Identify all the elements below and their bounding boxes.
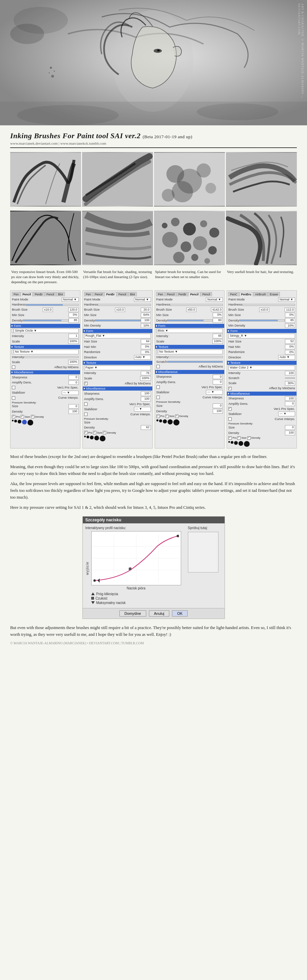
stabilizer-dropdown-4[interactable]: --- ▼ <box>278 412 295 416</box>
texture-scratch-val-4[interactable] <box>285 378 295 379</box>
min-size-val-4[interactable]: 0% <box>285 313 295 317</box>
ver1prs-check-1[interactable] <box>12 386 15 389</box>
hair-size-val-4[interactable]: 52 <box>285 339 295 344</box>
sharpness-val-4[interactable]: 100 <box>285 396 295 401</box>
texture-dropdown-2[interactable]: Paper ▼ <box>84 366 151 370</box>
ver1prs-check-2[interactable] <box>84 402 88 406</box>
prs-density-val-1[interactable]: 100 <box>69 409 79 414</box>
tab-blot-3[interactable]: Pencil <box>200 292 212 296</box>
texture-scale-val-1[interactable]: 100% <box>68 360 79 364</box>
tab-airbrush-4[interactable]: AirBrush <box>253 292 268 296</box>
ver1prs-check-3[interactable] <box>157 385 160 389</box>
affect-mindense-check-4[interactable] <box>228 387 232 390</box>
amplify-val-1[interactable]: 0 <box>69 380 79 385</box>
hardness-slider-4[interactable] <box>242 304 295 306</box>
texture-intensity-slider-1[interactable] <box>24 356 78 358</box>
tab-pen-1[interactable]: Pen <box>12 292 20 296</box>
tab-pencil-1[interactable]: Pencil <box>21 292 32 296</box>
min-density-val-4[interactable]: 10% <box>285 323 295 328</box>
pressure-btn-anuluj[interactable]: Anuluj <box>149 611 169 617</box>
pressure-btn-ok[interactable]: OK <box>172 611 188 617</box>
brush-size-val-1[interactable]: 120.0 <box>68 308 79 312</box>
tab-pen-3[interactable]: Pen <box>157 292 165 296</box>
density-val-4[interactable]: 85 <box>285 318 295 323</box>
tab-eraser-4[interactable]: Eraser <box>268 292 280 296</box>
prs-size-val-4[interactable]: 0 <box>285 425 295 430</box>
tab-penbr-3[interactable]: PenBr <box>177 292 188 296</box>
tab-pencil-3[interactable]: Pencil <box>165 292 176 296</box>
density-slider-2[interactable] <box>94 320 141 321</box>
stabilizer-dropdown-2[interactable]: --- ▼ <box>134 407 151 412</box>
curve-interpo-check-1[interactable] <box>12 396 15 400</box>
brush-size-val-3[interactable]: 4142.0 <box>211 308 223 312</box>
texture-dropdown-1[interactable]: [ No Texture ▼ <box>12 350 79 354</box>
amplify-val-4[interactable]: 0 <box>285 401 295 406</box>
min-density-val-2[interactable]: 10% <box>141 323 151 328</box>
paint-mode-dropdown-2[interactable]: Normal ▼ <box>134 298 151 302</box>
pressure-try-area[interactable] <box>188 532 219 573</box>
texture-scale-val-4[interactable]: 30% <box>285 381 295 386</box>
tab-penbru-4[interactable]: PenBru <box>240 292 253 296</box>
form-intensity-val-3[interactable]: 65 <box>213 334 223 339</box>
hardness-slider-2[interactable] <box>98 304 150 306</box>
tab-penc-4[interactable]: PenC <box>228 292 239 296</box>
texture-dropdown-3[interactable]: [ No Texture ▼ <box>157 350 223 354</box>
tab-blot-1[interactable]: Blot <box>56 292 65 296</box>
hair-size-val-2[interactable]: 64 <box>141 339 151 344</box>
tab-pencil-2[interactable]: Pencil <box>93 292 104 296</box>
stabilizer-dropdown-1[interactable]: --- ▼ <box>62 391 79 395</box>
direction-dropdown-4[interactable]: Auto ▼ <box>278 355 295 360</box>
texture-intensity-val-2[interactable]: 76 <box>141 371 151 375</box>
form-scale-val-3[interactable]: 100% <box>213 339 223 344</box>
tab-pencil2-3[interactable]: Pencil <box>188 292 200 296</box>
density-val-3[interactable]: 80 <box>213 318 223 323</box>
hair-min-val-4[interactable]: 0% <box>285 345 295 349</box>
prs-density-val-2[interactable]: 62 <box>141 425 151 430</box>
stabilizer-dropdown-3[interactable]: --- ▼ <box>206 390 223 395</box>
min-size-val-1[interactable]: 0% <box>69 313 79 317</box>
prs-size-val-3[interactable]: 0 <box>213 403 223 408</box>
density-slider-4[interactable] <box>239 320 285 321</box>
hardness-slider-1[interactable] <box>26 304 79 306</box>
density-slider-1[interactable] <box>23 320 69 321</box>
form-dropdown-2[interactable]: Rough_Flat ▼ <box>84 334 151 339</box>
pressure-canvas[interactable] <box>91 531 181 585</box>
direction-dropdown-2[interactable]: Auto ▼ <box>134 355 151 360</box>
randomize-val-4[interactable]: 0% <box>285 350 295 355</box>
tab-pencil2-2[interactable]: Pencil <box>117 292 128 296</box>
brush-size-mult-2[interactable]: x10.0 <box>115 308 125 312</box>
min-size-val-2[interactable]: 64% <box>141 313 151 317</box>
brush-size-mult-1[interactable]: x10.0 <box>43 308 53 312</box>
randomize-val-2[interactable]: 0% <box>141 350 151 355</box>
form-dropdown-4[interactable]: Stringy_R ▼ <box>228 334 295 339</box>
prs-density-val-3[interactable]: 100 <box>213 409 223 414</box>
amplify-val-2[interactable]: 100 <box>141 397 151 401</box>
curve-interpo-check-3[interactable] <box>157 396 160 399</box>
density-slider-3[interactable] <box>167 320 213 321</box>
texture-scale-val-2[interactable]: 100% <box>140 376 150 381</box>
sharpness-val-3[interactable]: 0 <box>213 375 223 379</box>
texture-intensity-val-4[interactable]: 100 <box>285 371 295 375</box>
form-intensity-val-1[interactable]: 1 <box>69 334 79 339</box>
hardness-slider-3[interactable] <box>170 304 223 306</box>
amplify-val-3[interactable]: 0 <box>213 380 223 385</box>
form-dropdown-1[interactable]: [ Simple Circle ▼ <box>12 329 79 333</box>
min-size-val-3[interactable]: 0% <box>213 313 223 317</box>
curve-interpo-check-2[interactable] <box>84 413 88 416</box>
prs-size-val-1[interactable]: 0 <box>69 404 79 409</box>
brush-size-val-2[interactable]: 20.0 <box>141 308 151 312</box>
brush-size-mult-3[interactable]: x50.0 <box>186 308 197 312</box>
affect-mindense-check-2[interactable] <box>84 382 88 385</box>
prs-density-val-4[interactable]: 100 <box>285 431 295 435</box>
sharpness-val-2[interactable]: 100 <box>141 391 151 396</box>
ver1prs-check-4[interactable] <box>228 407 232 410</box>
pressure-btn-domyslne[interactable]: Domyślne <box>119 611 146 617</box>
affect-mindense-check-1[interactable] <box>12 366 15 369</box>
texture-scratch-slider-3[interactable] <box>167 361 223 363</box>
tab-blot-2[interactable]: Blot <box>128 292 137 296</box>
brush-size-mult-4[interactable]: x10.0 <box>259 308 269 312</box>
hair-min-val-2[interactable]: 0% <box>141 345 151 349</box>
form-dropdown-3[interactable]: Blots ▼ <box>157 329 223 333</box>
tab-pencil2-1[interactable]: Pencil <box>45 292 56 296</box>
density-val-1[interactable]: 85 <box>69 318 79 323</box>
